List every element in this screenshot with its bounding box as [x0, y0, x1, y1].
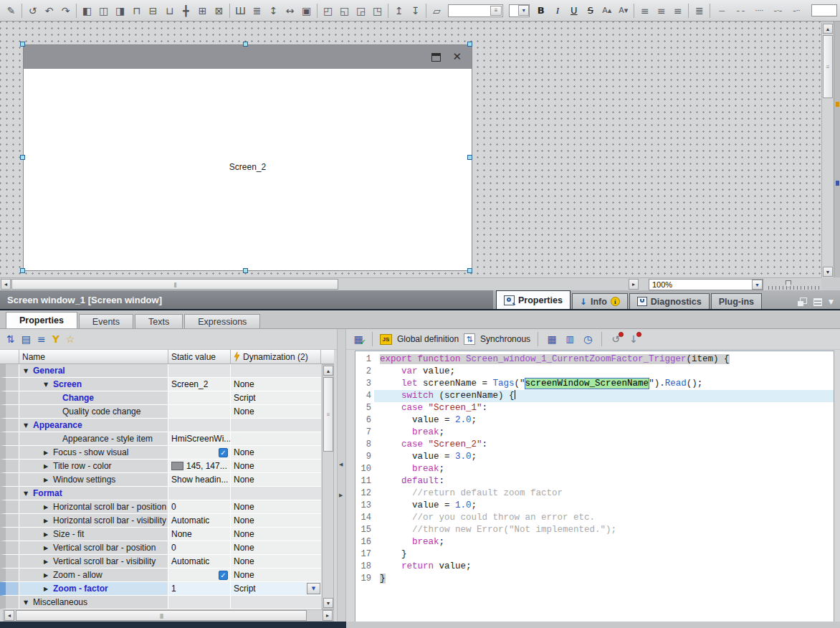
expander-right-icon[interactable]: ▶ [44, 558, 53, 565]
sort-az-icon[interactable]: ⇅ [6, 333, 15, 345]
text-align-left-button[interactable]: ≡ [636, 2, 653, 19]
scroll-down-button[interactable]: ▼ [323, 598, 333, 608]
property-row[interactable]: ▶Size - fitNoneNone [0, 528, 321, 541]
screen-editor-canvas[interactable]: ✕ Screen_2 [0, 22, 821, 277]
static-value-cell[interactable]: 145, 147... [168, 460, 231, 473]
scroll-left-button[interactable]: ◂ [4, 610, 14, 621]
property-row[interactable]: ▼Appearance [0, 419, 321, 432]
bring-to-front-icon[interactable]: ◲ [353, 2, 369, 19]
line-style-dashdot-button[interactable]: –·– [768, 2, 787, 19]
text-align-right-button[interactable]: ≡ [669, 2, 686, 19]
property-row[interactable]: ▶Horizontal scroll bar - position0None [0, 500, 321, 514]
static-value-cell[interactable] [168, 487, 231, 500]
goto-error-icon[interactable]: ↓ [627, 333, 640, 346]
property-row[interactable]: ▶Zoom - allow✓None [0, 568, 321, 582]
static-value-cell[interactable]: Automatic [168, 514, 231, 528]
dynamization-cell[interactable] [231, 596, 321, 609]
tree-view-icon[interactable]: ≡ [37, 333, 46, 345]
expander-right-icon[interactable]: ▶ [44, 586, 53, 592]
expander-right-icon[interactable]: ▶ [44, 463, 53, 470]
dynamization-cell[interactable]: None [231, 460, 321, 473]
align-center-horizontal-icon[interactable]: ◫ [95, 2, 112, 19]
line-style-dash-button[interactable]: – – [731, 2, 750, 19]
tag-info-icon[interactable]: ▥ [563, 333, 576, 346]
scroll-up-button[interactable]: ▲ [823, 24, 833, 34]
dynamization-cell[interactable]: None [231, 541, 321, 555]
tab-diagnostics[interactable]: Diagnostics [629, 293, 710, 309]
checkbox-checked-icon[interactable]: ✓ [219, 448, 228, 457]
expander-down-icon[interactable]: ▼ [24, 599, 33, 606]
clear-formatting-icon[interactable]: ▱ [429, 2, 445, 19]
align-middle-icon[interactable]: ⊟ [145, 2, 161, 19]
tab-plugins[interactable]: Plug-ins [711, 293, 762, 309]
property-row[interactable]: ▼Miscellaneous [0, 596, 321, 609]
static-value-cell[interactable]: Show headin... [168, 473, 231, 487]
scroll-down-button[interactable]: ▼ [823, 267, 833, 277]
list-view-icon[interactable] [813, 298, 822, 306]
center-vertical-area-icon[interactable]: ⊠ [211, 2, 227, 19]
rotate-right-icon[interactable]: ↷ [57, 2, 74, 19]
tab-order-up-icon[interactable]: ↥ [391, 2, 407, 19]
scroll-left-button[interactable]: ◂ [1, 279, 11, 290]
dynamization-cell[interactable] [231, 419, 321, 432]
decrease-font-button[interactable]: A▾ [615, 2, 631, 19]
center-horizontal-area-icon[interactable]: ⊞ [194, 2, 211, 19]
line-style-dot-button[interactable]: ···· [750, 2, 768, 19]
scroll-up-button[interactable]: ▲ [323, 366, 333, 376]
static-value-cell[interactable]: ✓ [168, 568, 231, 582]
text-align-center-button[interactable]: ≡ [653, 2, 669, 19]
send-to-back-icon[interactable]: ◳ [369, 2, 386, 19]
snippets-icon[interactable]: ▦ [545, 333, 558, 346]
collapse-right-icon[interactable]: ▶ [339, 493, 343, 498]
screen-window-widget[interactable]: ✕ Screen_2 [23, 44, 472, 271]
dynamization-cell[interactable]: None [231, 446, 321, 460]
font-name-input[interactable]: ≡ [448, 4, 503, 17]
static-value-cell[interactable] [168, 405, 231, 419]
static-value-cell[interactable]: 1 [168, 582, 231, 596]
dropdown-button[interactable]: ▼ [307, 583, 320, 594]
property-row[interactable]: Appearance - style itemHmiScreenWi... [0, 432, 321, 446]
dynamization-cell[interactable]: None [231, 528, 321, 541]
subtab-events[interactable]: Events [79, 314, 133, 328]
category-view-icon[interactable]: ▤ [22, 333, 31, 345]
synchronous-label[interactable]: Synchronous [480, 334, 530, 344]
same-width-icon[interactable]: ↔ [282, 2, 298, 19]
script-code-editor[interactable]: 1export function Screen_window_1_Current… [355, 351, 834, 622]
chevron-down-icon[interactable]: ▼ [829, 298, 834, 305]
synchronous-icon[interactable]: ⇅ [464, 333, 475, 345]
filter-icon[interactable]: Y [52, 333, 59, 345]
selection-handle[interactable] [243, 42, 248, 47]
selection-handle[interactable] [467, 155, 472, 160]
column-header-static-value[interactable]: Static value [168, 350, 231, 363]
static-value-cell[interactable]: HmiScreenWi... [168, 432, 231, 446]
tab-order-down-icon[interactable]: ↧ [407, 2, 424, 19]
strikethrough-button[interactable]: S [582, 2, 598, 19]
static-value-cell[interactable]: Automatic [168, 555, 231, 568]
subtab-expressions[interactable]: Expressions [184, 314, 260, 328]
property-row[interactable]: ▶Title row - color145, 147...None [0, 460, 321, 473]
dynamization-cell[interactable]: None [231, 555, 321, 568]
chevron-down-icon[interactable]: ▼ [518, 5, 529, 16]
dynamization-cell[interactable]: Script [231, 391, 321, 405]
column-header-name[interactable]: Name [19, 350, 168, 363]
selection-handle[interactable] [20, 42, 25, 47]
underline-button[interactable]: U [565, 2, 582, 19]
float-window-icon[interactable] [798, 298, 807, 306]
expander-right-icon[interactable]: ▶ [44, 449, 53, 456]
property-row[interactable]: ▶Horizontal scroll bar - visibilityAutom… [0, 514, 321, 528]
expander-down-icon[interactable]: ▼ [24, 368, 33, 374]
collapse-left-icon[interactable]: ◀ [339, 462, 343, 467]
rotate-180-icon[interactable]: ↶ [41, 2, 57, 19]
static-value-cell[interactable] [168, 596, 231, 609]
global-definition-label[interactable]: Global definition [397, 334, 459, 344]
selection-handle[interactable] [20, 268, 25, 273]
bring-forward-icon[interactable]: ◰ [320, 2, 336, 19]
font-list-button[interactable]: ≡ [490, 6, 502, 16]
property-row[interactable]: ▶Vertical scroll bar - position0None [0, 541, 321, 555]
expander-right-icon[interactable]: ▶ [44, 477, 53, 483]
property-row[interactable]: ▼ScreenScreen_2None [0, 378, 321, 391]
property-row[interactable]: ChangeScript [0, 391, 321, 405]
selection-handle[interactable] [20, 155, 25, 160]
property-row[interactable]: ▶Zoom - factor1Script▼ [0, 582, 321, 596]
static-value-cell[interactable]: ✓ [168, 446, 231, 460]
